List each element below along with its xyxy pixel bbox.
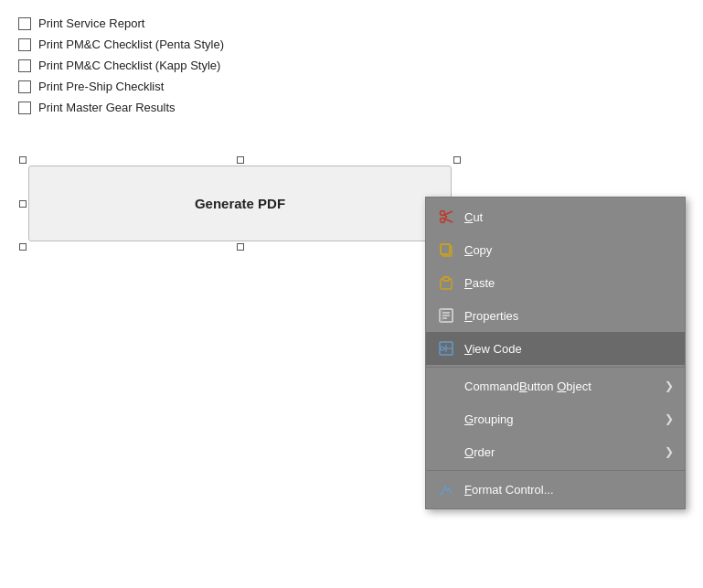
format-control-icon [437,480,455,498]
handle-top-right [453,156,461,164]
menu-label-grouping: Grouping [464,412,655,426]
svg-line-5 [444,217,447,219]
checkbox-print-pmc-penta[interactable]: Print PM&C Checklist (Penta Style) [18,37,224,51]
checkbox-label-4: Print Pre-Ship Checklist [38,80,164,93]
menu-item-properties[interactable]: Properties [426,299,685,332]
commandbutton-arrow-icon: ❯ [665,380,674,392]
menu-label-view-code: View Code [464,342,674,356]
menu-item-format-control[interactable]: Format Control... [426,473,685,506]
menu-item-view-code[interactable]: View Code [426,332,685,365]
scissors-icon [437,208,455,226]
checkbox-input-5[interactable] [18,102,31,114]
menu-label-cut: Cut [464,210,674,224]
properties-icon [437,306,455,325]
checkbox-input-3[interactable] [18,59,31,72]
context-menu: Cut Copy Paste [425,197,686,509]
menu-label-commandbutton: CommandButton Object [464,380,655,393]
menu-item-grouping[interactable]: Grouping ❯ [426,402,685,435]
checkboxes-area: Print Service Report Print PM&C Checklis… [18,16,224,122]
checkbox-label-2: Print PM&C Checklist (Penta Style) [38,37,224,51]
checkbox-label-1: Print Service Report [38,16,144,30]
separator-1 [426,367,685,368]
copy-icon [437,241,455,259]
checkbox-input-4[interactable] [18,80,31,93]
checkbox-print-master-gear[interactable]: Print Master Gear Results [18,101,224,114]
menu-label-order: Order [464,445,655,459]
svg-rect-7 [441,244,450,254]
svg-rect-16 [440,309,443,322]
generate-pdf-label: Generate PDF [195,196,285,211]
grouping-arrow-icon: ❯ [665,412,674,425]
svg-point-18 [441,347,444,350]
checkbox-input-1[interactable] [18,17,31,30]
checkbox-label-5: Print Master Gear Results [38,101,176,114]
handle-top-left [19,156,27,164]
menu-label-copy: Copy [464,243,674,257]
menu-item-order[interactable]: Order ❯ [426,435,685,468]
grouping-icon [437,410,455,428]
svg-point-1 [441,219,445,223]
menu-item-cut[interactable]: Cut [426,200,685,233]
order-icon [437,443,455,461]
handle-top-middle [237,156,244,164]
menu-label-format-control: Format Control... [464,483,674,497]
svg-line-2 [444,211,453,215]
menu-item-copy[interactable]: Copy [426,233,685,266]
generate-pdf-button[interactable]: Generate PDF [28,166,452,241]
menu-item-paste[interactable]: Paste [426,266,685,299]
checkbox-print-pre-ship[interactable]: Print Pre-Ship Checklist [18,80,224,93]
checkbox-print-pmc-kapp[interactable]: Print PM&C Checklist (Kapp Style) [18,59,224,72]
handle-middle-left [19,200,27,208]
svg-line-3 [444,219,453,222]
paste-icon [437,273,455,292]
svg-point-0 [441,211,445,216]
checkbox-print-service-report[interactable]: Print Service Report [18,16,224,30]
menu-item-commandbutton-object[interactable]: CommandButton Object ❯ [426,369,685,402]
handle-bottom-middle [237,243,244,251]
svg-point-21 [441,493,443,496]
separator-2 [426,470,685,471]
checkbox-input-2[interactable] [18,38,31,51]
handle-bottom-left [19,243,27,251]
menu-label-properties: Properties [464,309,674,323]
order-arrow-icon: ❯ [665,445,674,458]
commandbutton-icon [437,377,455,395]
menu-label-paste: Paste [464,276,674,290]
view-code-icon [437,339,455,358]
checkbox-label-3: Print PM&C Checklist (Kapp Style) [38,59,220,72]
generate-pdf-container: Generate PDF [23,160,457,247]
